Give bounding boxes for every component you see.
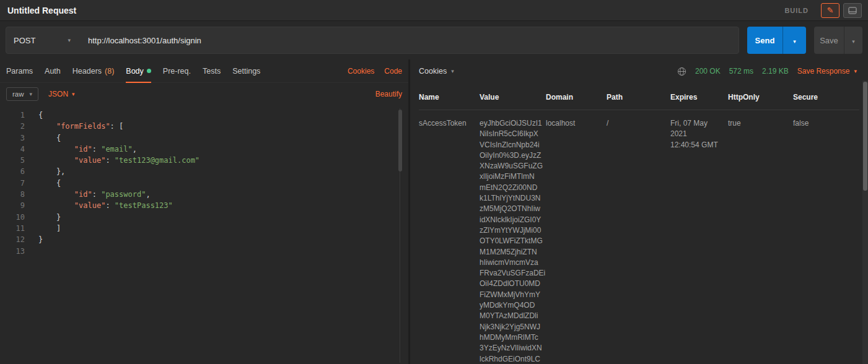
response-scrollbar-track[interactable] bbox=[862, 80, 868, 364]
column-header-value: Value bbox=[480, 93, 546, 102]
response-size: 2.19 KB bbox=[762, 67, 789, 76]
line-number: 4 bbox=[0, 144, 25, 155]
column-header-path: Path bbox=[607, 93, 670, 102]
send-options-button[interactable]: ▾ bbox=[783, 27, 806, 54]
globe-icon bbox=[677, 67, 686, 76]
code-line: }, bbox=[38, 166, 408, 177]
code-line: { bbox=[38, 110, 408, 121]
request-panel: Params Auth Headers (8) Body Pre-req. Te… bbox=[0, 59, 410, 364]
cookie-table: Name Value Domain Path Expires HttpOnly … bbox=[410, 83, 868, 364]
chevron-down-icon: ▾ bbox=[30, 91, 33, 97]
line-number: 6 bbox=[0, 166, 25, 177]
response-stats: 200 OK 572 ms 2.19 KB Save Response ▾ bbox=[677, 67, 857, 76]
line-number: 3 bbox=[0, 132, 25, 144]
line-number: 11 bbox=[0, 223, 25, 234]
column-header-expires: Expires bbox=[670, 93, 728, 102]
tab-params[interactable]: Params bbox=[6, 59, 33, 82]
cookie-httponly: true bbox=[728, 118, 793, 364]
chevron-down-icon: ▾ bbox=[68, 37, 71, 43]
chevron-down-icon: ▾ bbox=[854, 68, 857, 74]
tab-body[interactable]: Body bbox=[126, 59, 151, 82]
request-tabs: Params Auth Headers (8) Body Pre-req. Te… bbox=[0, 59, 408, 83]
line-number-gutter: 12345678910111213 bbox=[0, 110, 30, 364]
line-number: 9 bbox=[0, 200, 25, 211]
chevron-down-icon: ▾ bbox=[451, 68, 454, 74]
cookie-table-header: Name Value Domain Path Expires HttpOnly … bbox=[419, 83, 859, 110]
save-button-group: Save ▾ bbox=[814, 27, 862, 54]
line-number: 10 bbox=[0, 212, 25, 223]
code-line: { bbox=[38, 178, 408, 189]
app-window: Untitled Request BUILD ✎ POST ▾ Send ▾ S… bbox=[0, 0, 868, 364]
headers-count-badge: (8) bbox=[105, 67, 114, 76]
method-select[interactable]: POST ▾ bbox=[6, 27, 78, 53]
tab-auth[interactable]: Auth bbox=[45, 59, 61, 82]
line-number: 13 bbox=[0, 246, 25, 257]
response-meta-row: Cookies ▾ 200 OK 572 ms 2.19 KB Save Res… bbox=[410, 59, 868, 83]
body-language-select[interactable]: JSON ▾ bbox=[48, 90, 75, 98]
status-badge: 200 OK bbox=[695, 67, 721, 76]
line-number: 7 bbox=[0, 178, 25, 189]
cookie-row: sAccessToken eyJhbGciOiJSUzI1NiIsInR5cCI… bbox=[419, 110, 859, 364]
save-options-button[interactable]: ▾ bbox=[844, 27, 862, 54]
code-line: "id": "email", bbox=[38, 144, 408, 155]
layout-panel-button[interactable] bbox=[843, 3, 862, 18]
code-line bbox=[38, 246, 408, 257]
chevron-down-icon: ▾ bbox=[793, 38, 796, 45]
beautify-button[interactable]: Beautify bbox=[375, 90, 402, 98]
column-header-secure: Secure bbox=[793, 93, 859, 102]
cookie-path: / bbox=[607, 118, 670, 364]
chevron-down-icon: ▾ bbox=[72, 91, 75, 97]
topbar-actions: BUILD ✎ bbox=[784, 3, 862, 18]
line-number: 1 bbox=[0, 110, 25, 121]
response-panel: Cookies ▾ 200 OK 572 ms 2.19 KB Save Res… bbox=[410, 59, 868, 364]
url-input[interactable] bbox=[78, 27, 739, 53]
page-title: Untitled Request bbox=[7, 6, 76, 15]
save-response-button[interactable]: Save Response ▾ bbox=[797, 67, 857, 76]
line-number: 5 bbox=[0, 155, 25, 166]
code-line: "value": "test123@gmail.com" bbox=[38, 155, 408, 166]
response-cookies-dropdown[interactable]: Cookies ▾ bbox=[419, 67, 454, 76]
column-header-domain: Domain bbox=[546, 93, 607, 102]
line-number: 2 bbox=[0, 121, 25, 132]
save-button[interactable]: Save bbox=[814, 27, 844, 54]
body-format-select[interactable]: raw ▾ bbox=[6, 87, 38, 101]
cookie-domain: localhost bbox=[546, 118, 607, 364]
edit-request-button[interactable]: ✎ bbox=[821, 3, 840, 18]
pencil-icon: ✎ bbox=[827, 6, 834, 15]
request-bar: POST ▾ Send ▾ Save ▾ bbox=[0, 21, 868, 59]
code-line: { bbox=[38, 132, 408, 144]
column-header-name: Name bbox=[419, 93, 480, 102]
body-toolbar: raw ▾ JSON ▾ Beautify bbox=[0, 83, 408, 105]
cookie-secure: false bbox=[793, 118, 859, 364]
tab-settings[interactable]: Settings bbox=[232, 59, 260, 82]
code-link[interactable]: Code bbox=[384, 67, 402, 76]
line-number: 12 bbox=[0, 234, 25, 245]
method-value: POST bbox=[14, 36, 35, 45]
cookie-name: sAccessToken bbox=[419, 118, 480, 364]
body-editor[interactable]: 12345678910111213 { "formFields": [ { "i… bbox=[0, 105, 408, 364]
tab-tests[interactable]: Tests bbox=[203, 59, 221, 82]
editor-scrollbar-thumb[interactable] bbox=[398, 110, 402, 171]
code-line: } bbox=[38, 212, 408, 223]
cookies-link[interactable]: Cookies bbox=[348, 67, 374, 76]
response-scrollbar-thumb[interactable] bbox=[863, 82, 867, 191]
panel-icon bbox=[848, 7, 857, 14]
code-area[interactable]: { "formFields": [ { "id": "email", "valu… bbox=[30, 110, 408, 364]
tab-pre-request[interactable]: Pre-req. bbox=[163, 59, 191, 82]
network-info-button[interactable] bbox=[677, 67, 686, 76]
request-links: Cookies Code bbox=[348, 67, 402, 76]
send-button-group: Send ▾ bbox=[747, 27, 806, 54]
cookie-value: eyJhbGciOiJSUzI1NiIsInR5cCI6IkpXVCIsInZl… bbox=[480, 118, 546, 364]
code-line: "formFields": [ bbox=[38, 121, 408, 132]
chevron-down-icon: ▾ bbox=[852, 38, 855, 45]
code-line: ] bbox=[38, 223, 408, 234]
tab-headers[interactable]: Headers (8) bbox=[72, 59, 115, 82]
line-number: 8 bbox=[0, 189, 25, 200]
topbar: Untitled Request BUILD ✎ bbox=[0, 0, 868, 21]
split-panels: Params Auth Headers (8) Body Pre-req. Te… bbox=[0, 59, 868, 364]
cookie-expires: Fri, 07 May 202112:40:54 GMT bbox=[670, 118, 728, 364]
code-line: } bbox=[38, 234, 408, 245]
send-button[interactable]: Send bbox=[747, 27, 783, 54]
method-url-group: POST ▾ bbox=[6, 27, 739, 54]
build-label: BUILD bbox=[784, 7, 809, 14]
